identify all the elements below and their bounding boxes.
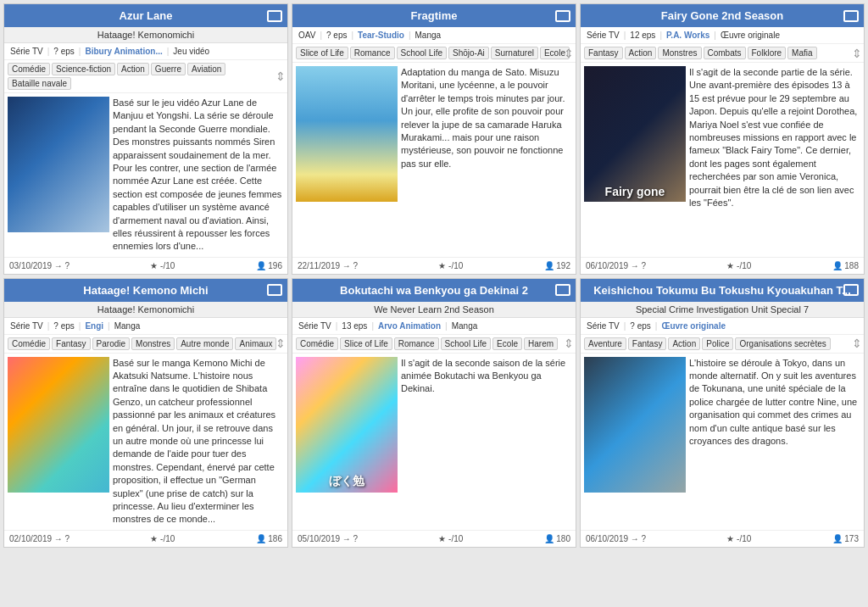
- tag[interactable]: Action: [625, 47, 657, 59]
- meta-item: ? eps: [627, 320, 653, 331]
- tag[interactable]: Fantasy: [584, 47, 623, 59]
- tag[interactable]: Slice of Life: [296, 47, 348, 59]
- tag[interactable]: Organisations secrètes: [735, 337, 830, 350]
- card-header-fragtime[interactable]: Fragtime: [292, 4, 576, 27]
- tag[interactable]: Monstres: [658, 47, 701, 59]
- tag[interactable]: Guerre: [151, 63, 186, 75]
- tag[interactable]: Comédie: [296, 337, 338, 350]
- tag[interactable]: Folklore: [748, 47, 787, 59]
- card-meta-bokutachi: Série TV|13 eps|Arvo Animation|Manga: [292, 318, 576, 335]
- tag[interactable]: Slice of Life: [340, 337, 392, 350]
- card-meta-hataage: Série TV|? eps|Engi|Manga: [4, 318, 287, 335]
- tag[interactable]: Romance: [394, 337, 439, 350]
- tag[interactable]: Monstres: [131, 337, 175, 350]
- meta-item: Série TV: [584, 30, 622, 41]
- card-footer-azur-lane: 03/10/2019 → ?★ -/10👤 196: [4, 257, 287, 274]
- card-description-azur-lane: Basé sur le jeu vidéo Azur Lane de Manju…: [113, 97, 284, 253]
- tag[interactable]: Action: [668, 337, 700, 350]
- tag[interactable]: School Life: [397, 47, 447, 59]
- card-content-bokutachi: ぼく勉Il s'agit de la seconde saison de la …: [292, 354, 576, 530]
- meta-item: Série TV: [8, 46, 46, 57]
- meta-item: Manga: [112, 320, 143, 331]
- card-title: Azur Lane: [120, 9, 173, 22]
- meta-item: 12 eps: [627, 30, 658, 41]
- card-title: Fragtime: [411, 9, 458, 22]
- meta-item[interactable]: Engi: [82, 320, 106, 331]
- tag[interactable]: Romance: [350, 47, 395, 59]
- meta-item: Jeu vidéo: [170, 46, 212, 57]
- tag[interactable]: Bataille navale: [8, 77, 71, 90]
- footer-members: 👤 173: [832, 534, 859, 543]
- tag[interactable]: Science-fiction: [52, 63, 115, 75]
- footer-date: 06/10/2019 → ?: [586, 261, 646, 270]
- meta-separator: |: [47, 47, 50, 56]
- tag[interactable]: Fantasy: [52, 337, 91, 350]
- meta-separator: |: [47, 321, 50, 331]
- tag[interactable]: School Life: [441, 337, 491, 350]
- meta-item[interactable]: P.A. Works: [664, 30, 712, 41]
- card-image-keishi: [584, 357, 686, 493]
- scroll-indicator: ⇕: [852, 337, 862, 349]
- scroll-indicator: ⇕: [275, 70, 286, 82]
- card-azur-lane: Azur Lane Hataage! KemonomichiSérie TV|?…: [3, 3, 288, 275]
- meta-separator: |: [659, 31, 662, 40]
- card-subtitle-keishi: Special Crime Investigation Unit Special…: [581, 302, 864, 318]
- tag[interactable]: Police: [702, 337, 733, 350]
- tag[interactable]: Harem: [524, 337, 558, 350]
- card-image-hataage: [8, 357, 109, 493]
- card-header-keishi[interactable]: Keishichou Tokumu Bu Tokushu Kyouakuhan …: [581, 279, 864, 302]
- card-content-fragtime: Adaptation du manga de Sato. Misuzu Mori…: [292, 63, 576, 257]
- tag[interactable]: Animaux: [235, 337, 276, 350]
- footer-rating: ★ -/10: [726, 261, 751, 270]
- tag[interactable]: Surnaturel: [491, 47, 538, 59]
- card-header-azur-lane[interactable]: Azur Lane: [4, 4, 287, 27]
- meta-item[interactable]: Bibury Animation...: [82, 46, 164, 57]
- tv-icon: [555, 10, 570, 22]
- meta-separator: |: [79, 321, 81, 331]
- tv-icon: [843, 10, 859, 22]
- footer-members: 👤 192: [544, 261, 570, 270]
- card-title: Keishichou Tokumu Bu Tokushu Kyouakuhan …: [593, 284, 851, 297]
- tag[interactable]: Shōjo-Ai: [448, 47, 489, 59]
- card-title: Hataage! Kemono Michi: [83, 284, 208, 297]
- tv-icon: [843, 284, 859, 296]
- tag[interactable]: Fantasy: [628, 337, 667, 350]
- tag[interactable]: Parodie: [92, 337, 130, 350]
- tag[interactable]: Mafia: [787, 47, 816, 59]
- scroll-indicator: ⇕: [275, 337, 286, 349]
- card-tags-fragtime: Slice of LifeRomanceSchool LifeShōjo-AiS…: [292, 44, 576, 63]
- footer-date: 22/11/2019 → ?: [298, 261, 358, 270]
- meta-separator: |: [655, 321, 658, 331]
- footer-members: 👤 196: [256, 261, 282, 270]
- meta-separator: |: [624, 321, 626, 331]
- card-meta-azur-lane: Série TV|? eps|Bibury Animation...|Jeu v…: [4, 43, 287, 60]
- card-subtitle-hataage: Hataage! Kemonomichi: [4, 302, 287, 318]
- card-footer-keishi: 06/10/2019 → ?★ -/10👤 173: [581, 530, 864, 547]
- tag[interactable]: Aviation: [187, 63, 225, 75]
- card-title: Fairy Gone 2nd Season: [661, 9, 784, 22]
- card-header-fairy-gone-2nd[interactable]: Fairy Gone 2nd Season: [581, 4, 864, 27]
- card-keishi: Keishichou Tokumu Bu Tokushu Kyouakuhan …: [580, 278, 865, 548]
- card-header-hataage[interactable]: Hataage! Kemono Michi: [4, 279, 287, 302]
- tag[interactable]: Comédie: [8, 337, 50, 350]
- card-header-bokutachi[interactable]: Bokutachi wa Benkyou ga Dekinai 2: [292, 279, 576, 302]
- card-footer-fragtime: 22/11/2019 → ?★ -/10👤 192: [292, 257, 576, 274]
- footer-date: 05/10/2019 → ?: [298, 534, 358, 543]
- scroll-indicator: ⇕: [852, 47, 862, 59]
- tag[interactable]: Combats: [704, 47, 746, 59]
- tag[interactable]: Comédie: [8, 63, 50, 75]
- card-hataage: Hataage! Kemono Michi Hataage! Kemonomic…: [3, 278, 288, 548]
- tag[interactable]: Autre monde: [176, 337, 233, 350]
- meta-item[interactable]: Œuvre originale: [659, 320, 728, 331]
- meta-item[interactable]: Tear-Studio: [355, 30, 407, 41]
- footer-members: 👤 186: [256, 534, 282, 543]
- meta-item: ? eps: [51, 46, 76, 57]
- tag[interactable]: Aventure: [584, 337, 626, 350]
- meta-item[interactable]: Arvo Animation: [376, 320, 443, 331]
- card-description-fragtime: Adaptation du manga de Sato. Misuzu Mori…: [401, 66, 572, 253]
- tag[interactable]: Action: [117, 63, 149, 75]
- footer-rating: ★ -/10: [150, 261, 175, 270]
- card-subtitle-bokutachi: We Never Learn 2nd Season: [292, 302, 576, 318]
- meta-separator: |: [371, 321, 374, 331]
- tag[interactable]: Ecole: [492, 337, 522, 350]
